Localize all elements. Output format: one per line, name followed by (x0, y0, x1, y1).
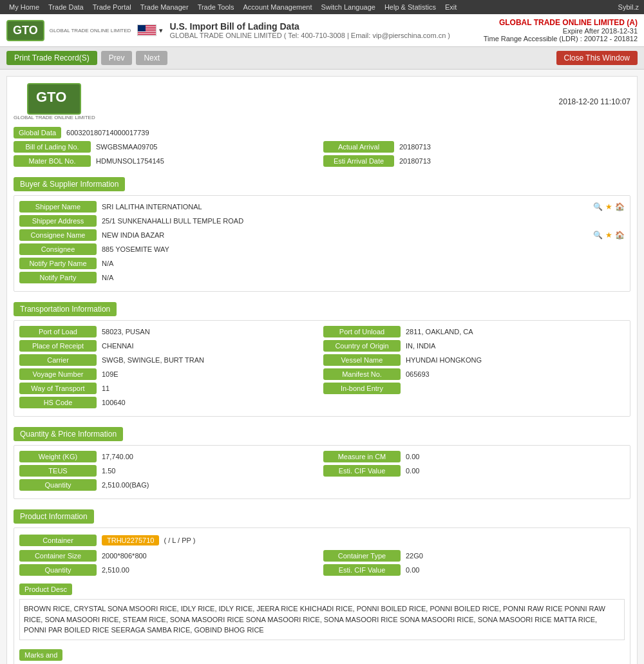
manifest-value: 065693 (401, 368, 625, 380)
print-button-top[interactable]: Print Trade Record(S) (6, 51, 97, 65)
transport-inbond-row: Way of Transport 11 In-bond Entry (19, 383, 625, 394)
page-title-area: U.S. Import Bill of Lading Data GLOBAL T… (169, 21, 477, 39)
measure-value: 0.00 (401, 451, 625, 462)
voyage-label: Voyage Number (19, 368, 97, 380)
nav-my-home[interactable]: My Home (5, 2, 43, 12)
notify-party-label: Notify Party (19, 272, 97, 283)
container-type-col: Container Type 22G0 (323, 550, 625, 562)
card-logo-text: GLOBAL TRADE ONLINE LIMITED (14, 115, 95, 120)
nav-trade-data[interactable]: Trade Data (44, 2, 88, 12)
carrier-vessel-row: Carrier SWGB, SWINGLE, BURT TRAN Vessel … (19, 354, 625, 366)
hs-code-row: HS Code 100640 (19, 397, 625, 408)
prev-button-top[interactable]: Prev (101, 51, 133, 65)
nav-help[interactable]: Help & Statistics (381, 2, 440, 12)
top-navigation: My Home Trade Data Trade Portal Trade Ma… (0, 0, 644, 14)
weight-value: 17,740.00 (97, 451, 321, 462)
consignee-home-icon[interactable]: 🏠 (615, 231, 625, 240)
consignee-name-value: NEW INDIA BAZAR (97, 229, 589, 241)
nav-account-management[interactable]: Account Management (240, 2, 316, 12)
teus-value: 1.50 (97, 465, 321, 477)
quantity-price-box: Weight (KG) 17,740.00 Measure in CM 0.00… (14, 445, 630, 499)
weight-label: Weight (KG) (19, 451, 97, 462)
nav-switch-language[interactable]: Switch Language (317, 2, 379, 12)
bol-row: Bill of Lading No. SWGBSMAA09705 Actual … (14, 141, 630, 153)
prod-cif-value: 0.00 (401, 564, 625, 576)
bol-label: Bill of Lading No. (14, 141, 91, 153)
inbond-col: In-bond Entry (323, 383, 625, 394)
consignee-star-icon[interactable]: ★ (605, 231, 612, 240)
consignee-label: Consignee (19, 243, 97, 255)
carrier-label: Carrier (19, 354, 97, 366)
container-size-value: 2000*806*800 (97, 550, 321, 562)
container-size-type-row: Container Size 2000*806*800 Container Ty… (19, 550, 625, 562)
hs-code-value: 100640 (97, 397, 625, 408)
esti-arrival-label: Esti Arrival Date (323, 155, 394, 167)
transportation-header: Transportation Information (14, 302, 117, 316)
next-button-top[interactable]: Next (136, 51, 167, 65)
shipper-search-icon[interactable]: 🔍 (593, 202, 603, 211)
inbond-value (401, 386, 625, 390)
measure-col: Measure in CM 0.00 (323, 451, 625, 462)
actual-arrival-value: 20180713 (394, 141, 630, 153)
nav-trade-manager[interactable]: Trade Manager (137, 2, 193, 12)
consignee-row: Consignee 885 YOSEMITE WAY (19, 243, 625, 255)
card-header: GTO GLOBAL TRADE ONLINE LIMITED 2018-12-… (14, 83, 630, 120)
transportation-section: Transportation Information Port of Load … (14, 297, 630, 417)
expire-info: Expire After 2018-12-31 (484, 27, 638, 35)
logo-area: GTO GLOBAL TRADE ONLINE LIMITED (6, 20, 131, 41)
top-toolbar: Print Trade Record(S) Prev Next Close Th… (0, 47, 644, 70)
vessel-label: Vessel Name (323, 354, 401, 366)
prod-qty-value: 2,510.00 (97, 564, 321, 576)
port-unload-value: 2811, OAKLAND, CA (401, 326, 625, 337)
marks-section: Marks and NIL (19, 644, 625, 665)
notify-party-name-row: Notify Party Name N/A (19, 258, 625, 269)
actual-arrival-label: Actual Arrival (323, 141, 394, 153)
svg-rect-7 (138, 32, 156, 32)
actual-arrival-col: Actual Arrival 20180713 (323, 141, 630, 153)
manifest-col: Manifest No. 065693 (323, 368, 625, 380)
logo-subtitle: GLOBAL TRADE ONLINE LIMITED (50, 28, 131, 33)
prod-qty-label: Quantity (19, 564, 97, 576)
product-info-box: Container TRHU2275710 ( / L / PP ) Conta… (14, 527, 630, 664)
global-data-label: Global Data (14, 127, 61, 138)
port-row: Port of Load 58023, PUSAN Port of Unload… (19, 326, 625, 337)
voyage-col: Voyage Number 109E (19, 368, 321, 380)
port-load-value: 58023, PUSAN (97, 326, 321, 337)
global-data-row: Global Data 600320180714000017739 (14, 127, 630, 138)
notify-party-name-value: N/A (97, 258, 625, 269)
manifest-label: Manifest No. (323, 368, 401, 380)
quantity-price-section: Quantity & Price Information Weight (KG)… (14, 422, 630, 499)
nav-trade-portal[interactable]: Trade Portal (89, 2, 135, 12)
container-label: Container (19, 535, 97, 546)
nav-exit[interactable]: Exit (441, 2, 460, 12)
container-button[interactable]: TRHU2275710 (102, 535, 159, 545)
voyage-value: 109E (97, 368, 321, 380)
consignee-name-row: Consignee Name NEW INDIA BAZAR 🔍 ★ 🏠 (19, 229, 625, 241)
close-button-top[interactable]: Close This Window (556, 51, 638, 65)
svg-text:GTO: GTO (36, 89, 66, 105)
buyer-supplier-box: Shipper Name SRI LALITHA INTERNATIONAL 🔍… (14, 195, 630, 292)
voyage-manifest-row: Voyage Number 109E Manifest No. 065693 (19, 368, 625, 380)
container-size-label: Container Size (19, 550, 97, 562)
nav-trade-tools[interactable]: Trade Tools (194, 2, 238, 12)
inbond-label: In-bond Entry (323, 383, 401, 394)
global-data-value: 600320180714000017739 (61, 127, 630, 138)
carrier-col: Carrier SWGB, SWINGLE, BURT TRAN (19, 354, 321, 366)
consignee-search-icon[interactable]: 🔍 (593, 231, 603, 240)
qty-row: Quantity 2,510.00(BAG) (19, 479, 625, 491)
prod-qty-cif-row: Quantity 2,510.00 Esti. CIF Value 0.00 (19, 564, 625, 576)
transport-value: 11 (97, 383, 321, 394)
carrier-value: SWGB, SWINGLE, BURT TRAN (97, 354, 321, 366)
marks-row: Marks and (19, 644, 625, 665)
product-desc-header: Product Desc (19, 583, 72, 595)
notify-party-row: Notify Party N/A (19, 272, 625, 283)
shipper-home-icon[interactable]: 🏠 (615, 202, 625, 211)
teus-label: TEUS (19, 465, 97, 477)
flag-dropdown[interactable]: ▾ (159, 26, 163, 35)
bol-col: Bill of Lading No. SWGBSMAA09705 (14, 141, 321, 153)
prod-cif-label: Esti. CIF Value (323, 564, 401, 576)
prod-cif-col: Esti. CIF Value 0.00 (323, 564, 625, 576)
buyer-supplier-section: Buyer & Supplier Information Shipper Nam… (14, 172, 630, 292)
shipper-star-icon[interactable]: ★ (605, 202, 612, 211)
esti-cif-label: Esti. CIF Value (323, 465, 401, 477)
